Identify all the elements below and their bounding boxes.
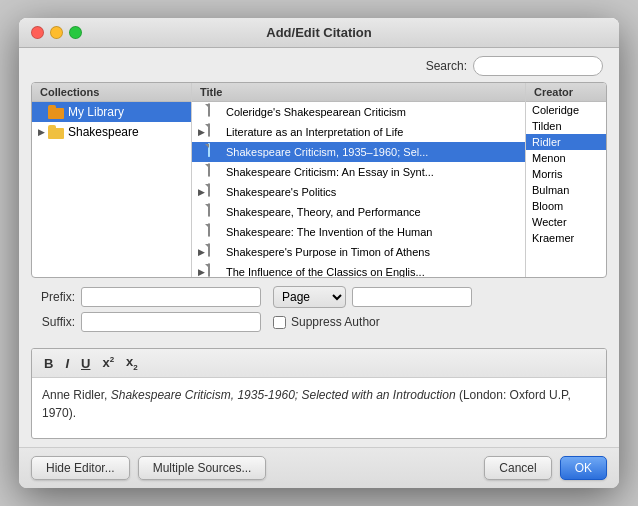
doc-icon — [208, 124, 222, 140]
title-cell: Shakespeare: The Invention of the Human — [226, 226, 519, 238]
doc-icon — [208, 144, 222, 160]
title-cell: Literature as an Interpretation of Life — [226, 126, 519, 138]
suffix-input[interactable] — [81, 312, 261, 332]
title-row-selected[interactable]: Shakespeare Criticism, 1935–1960; Sel... — [192, 142, 525, 162]
maximize-button[interactable] — [69, 26, 82, 39]
editor-content[interactable]: Anne Ridler, Shakespeare Criticism, 1935… — [32, 378, 606, 438]
superscript-button[interactable]: x2 — [98, 354, 118, 371]
doc-icon — [208, 204, 222, 220]
minimize-button[interactable] — [50, 26, 63, 39]
window-title: Add/Edit Citation — [266, 25, 371, 40]
italic-button[interactable]: I — [61, 355, 73, 372]
creator-panel: Creator Coleridge Tilden Ridler Menon Mo… — [526, 83, 606, 277]
suppress-row: Suppress Author — [273, 315, 380, 329]
title-row[interactable]: Coleridge's Shakespearean Criticism — [192, 102, 525, 122]
page-input[interactable] — [352, 287, 472, 307]
traffic-lights — [31, 26, 82, 39]
title-row[interactable]: ▶ Shakespeare's Politics — [192, 182, 525, 202]
row-arrow-icon: ▶ — [198, 267, 208, 277]
title-row[interactable]: ▶ Literature as an Interpretation of Lif… — [192, 122, 525, 142]
arrow-icon: ▶ — [38, 127, 48, 137]
close-button[interactable] — [31, 26, 44, 39]
suppress-author-label: Suppress Author — [291, 315, 380, 329]
suffix-label: Suffix: — [31, 315, 75, 329]
bold-button[interactable]: B — [40, 355, 57, 372]
search-label: Search: — [426, 59, 467, 73]
suffix-row: Suffix: Suppress Author — [31, 312, 607, 332]
doc-icon — [208, 104, 222, 120]
collections-header: Collections — [32, 83, 191, 102]
creator-row[interactable]: Tilden — [526, 118, 606, 134]
title-cell: Shakespere's Purpose in Timon of Athens — [226, 246, 519, 258]
title-bar: Add/Edit Citation — [19, 18, 619, 48]
underline-button[interactable]: U — [77, 355, 94, 372]
search-row: Search: — [19, 48, 619, 82]
page-dropdown-area: Page Chapter Volume Book — [273, 286, 472, 308]
prefix-input[interactable] — [81, 287, 261, 307]
collection-item-my-library[interactable]: My Library — [32, 102, 191, 122]
title-cell: Shakespeare Criticism, 1935–1960; Sel... — [226, 146, 519, 158]
title-row[interactable]: Shakespeare: The Invention of the Human — [192, 222, 525, 242]
doc-icon — [208, 224, 222, 240]
main-window: Add/Edit Citation Search: Collections My… — [19, 18, 619, 488]
subscript-button[interactable]: x2 — [122, 353, 142, 373]
title-row[interactable]: ▶ Shakespere's Purpose in Timon of Athen… — [192, 242, 525, 262]
ok-button[interactable]: OK — [560, 456, 607, 480]
row-arrow-icon: ▶ — [198, 187, 208, 197]
creator-row[interactable]: Kraemer — [526, 230, 606, 246]
editor-area: B I U x2 x2 Anne Ridler, Shakespeare Cri… — [31, 348, 607, 439]
creator-row[interactable]: Morris — [526, 166, 606, 182]
creator-header: Creator — [526, 83, 606, 102]
title-row[interactable]: Shakespeare, Theory, and Performance — [192, 202, 525, 222]
doc-icon — [208, 244, 222, 260]
creator-row[interactable]: Wecter — [526, 214, 606, 230]
collections-panel: Collections My Library ▶ Shakespeare — [32, 83, 192, 277]
title-cell: The Influence of the Classics on Englis.… — [226, 266, 519, 277]
collection-item-shakespeare[interactable]: ▶ Shakespeare — [32, 122, 191, 142]
folder-orange-icon — [48, 106, 64, 119]
suppress-author-checkbox[interactable] — [273, 316, 286, 329]
title-cell: Shakespeare, Theory, and Performance — [226, 206, 519, 218]
form-area: Prefix: Page Chapter Volume Book Suffix:… — [19, 278, 619, 344]
prefix-row: Prefix: Page Chapter Volume Book — [31, 286, 607, 308]
titles-header: Title — [192, 83, 525, 102]
creator-row[interactable]: Coleridge — [526, 102, 606, 118]
title-row[interactable]: ▶ The Influence of the Classics on Engli… — [192, 262, 525, 277]
bottom-bar: Hide Editor... Multiple Sources... Cance… — [19, 447, 619, 488]
creator-row[interactable]: Bloom — [526, 198, 606, 214]
title-cell: Shakespeare's Politics — [226, 186, 519, 198]
title-row[interactable]: Shakespeare Criticism: An Essay in Synt.… — [192, 162, 525, 182]
creator-row[interactable]: Bulman — [526, 182, 606, 198]
doc-icon — [208, 164, 222, 180]
cancel-button[interactable]: Cancel — [484, 456, 551, 480]
collection-label: My Library — [68, 105, 124, 119]
prefix-label: Prefix: — [31, 290, 75, 304]
creator-row-selected[interactable]: Ridler — [526, 134, 606, 150]
folder-yellow-icon — [48, 126, 64, 139]
hide-editor-button[interactable]: Hide Editor... — [31, 456, 130, 480]
page-select[interactable]: Page Chapter Volume Book — [273, 286, 346, 308]
search-input[interactable] — [473, 56, 603, 76]
multiple-sources-button[interactable]: Multiple Sources... — [138, 456, 267, 480]
doc-icon — [208, 264, 222, 277]
creator-row[interactable]: Menon — [526, 150, 606, 166]
title-cell: Shakespeare Criticism: An Essay in Synt.… — [226, 166, 519, 178]
doc-icon — [208, 184, 222, 200]
editor-toolbar: B I U x2 x2 — [32, 349, 606, 378]
row-arrow-icon: ▶ — [198, 127, 208, 137]
row-arrow-icon: ▶ — [198, 247, 208, 257]
title-cell: Coleridge's Shakespearean Criticism — [226, 106, 519, 118]
browser-area: Collections My Library ▶ Shakespeare Tit… — [31, 82, 607, 278]
titles-panel: Title Coleridge's Shakespearean Criticis… — [192, 83, 526, 277]
collection-label: Shakespeare — [68, 125, 139, 139]
